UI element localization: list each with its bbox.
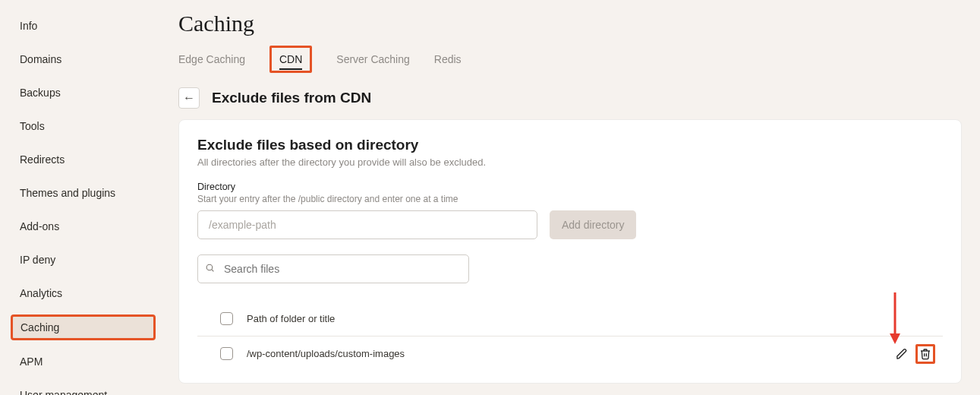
sidebar-item-label: User management [20,389,107,395]
row-path: /wp-content/uploads/custom-images [247,348,405,359]
row-actions [896,344,935,364]
sidebar-item-ip-deny[interactable]: IP deny [11,248,156,272]
tab-cdn[interactable]: CDN [279,53,302,70]
sidebar-item-backups[interactable]: Backups [11,81,156,105]
edit-row-button[interactable] [896,348,908,360]
list-row: /wp-content/uploads/custom-images [197,337,943,371]
sidebar-item-label: Redirects [20,153,65,166]
sidebar-item-info[interactable]: Info [11,14,156,38]
sidebar-item-apm[interactable]: APM [11,349,156,374]
sidebar-item-analytics[interactable]: Analytics [11,281,156,305]
row-checkbox[interactable] [220,347,233,360]
subheader-title: Exclude files from CDN [212,90,371,106]
sidebar-item-caching[interactable]: Caching [11,314,156,340]
sidebar-item-themes-plugins[interactable]: Themes and plugins [11,181,156,205]
sidebar-item-label: Tools [20,120,45,132]
search-icon [205,263,215,275]
directory-input[interactable] [197,210,537,239]
tab-cdn-highlight: CDN [269,46,312,73]
sidebar-item-label: Themes and plugins [20,187,115,199]
sidebar-item-label: IP deny [20,254,55,266]
svg-line-1 [212,270,213,271]
back-button[interactable]: ← [178,87,200,109]
tabs: Edge Caching CDN Server Caching Redis [178,50,962,74]
tab-redis[interactable]: Redis [434,53,462,70]
exclude-card: Exclude files based on directory All dir… [178,119,962,384]
card-subtitle: All directories after the directory you … [197,156,943,168]
sidebar-item-label: Info [20,20,37,32]
sidebar-item-label: Domains [20,53,61,65]
sidebar-item-user-management[interactable]: User management [11,383,156,395]
directory-help: Start your entry after the /public direc… [197,194,943,204]
sidebar: Info Domains Backups Tools Redirects The… [0,0,163,395]
select-all-checkbox[interactable] [220,312,233,325]
list-header-label: Path of folder or title [247,313,335,324]
main-region: Caching Edge Caching CDN Server Caching … [163,0,980,395]
sidebar-item-redirects[interactable]: Redirects [11,147,156,172]
sidebar-item-label: Add-ons [20,220,59,232]
delete-row-button[interactable] [915,344,935,364]
sidebar-item-label: Caching [20,321,59,333]
sidebar-item-label: Analytics [20,287,62,299]
sidebar-item-label: APM [20,356,43,368]
search-input[interactable] [197,254,469,283]
subheader: ← Exclude files from CDN [178,87,962,109]
pencil-icon [896,348,908,360]
tab-edge-caching[interactable]: Edge Caching [178,53,245,70]
sidebar-item-label: Backups [20,87,61,99]
add-directory-button[interactable]: Add directory [550,210,636,239]
directory-label: Directory [197,182,943,192]
trash-icon [919,348,931,360]
page-title: Caching [178,11,962,36]
tab-server-caching[interactable]: Server Caching [336,53,410,70]
card-title: Exclude files based on directory [197,137,943,153]
arrow-left-icon: ← [183,91,195,105]
sidebar-item-addons[interactable]: Add-ons [11,214,156,239]
search-wrap [197,254,469,283]
files-list: Path of folder or title /wp-content/uplo… [197,302,943,371]
sidebar-item-domains[interactable]: Domains [11,47,156,71]
svg-point-0 [206,264,213,270]
directory-field: Directory Start your entry after the /pu… [197,182,943,239]
list-header: Path of folder or title [197,302,943,337]
sidebar-item-tools[interactable]: Tools [11,114,156,138]
